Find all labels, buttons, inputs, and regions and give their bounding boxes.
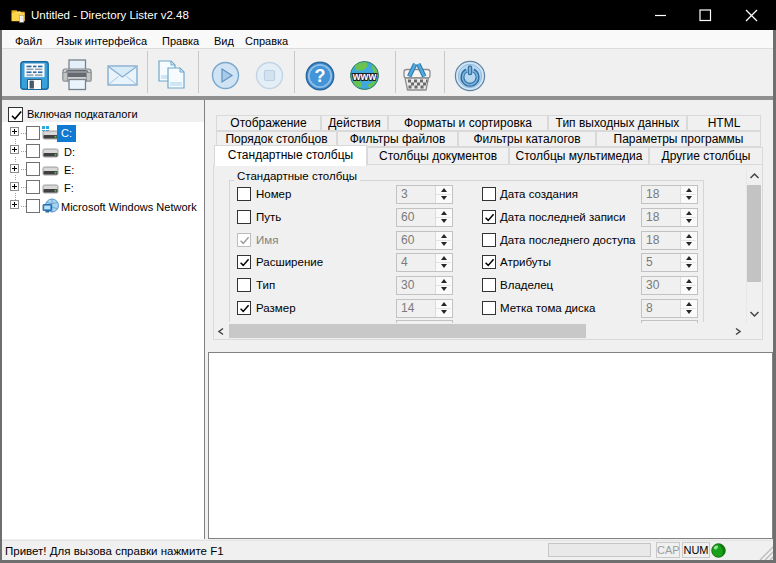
svg-text:www: www (352, 71, 377, 82)
svg-text:?: ? (315, 66, 326, 86)
